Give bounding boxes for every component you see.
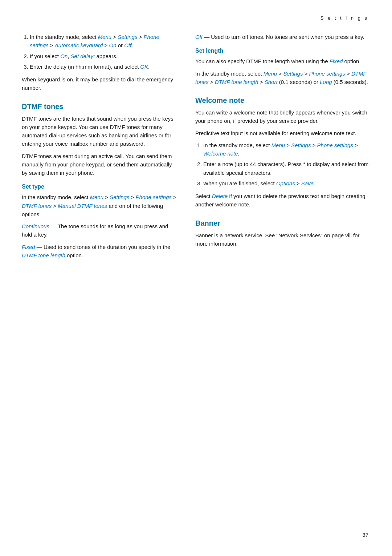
auto-keyguard-link: Automatic keyguard [55, 42, 103, 48]
phone-settings-link-3: Phone settings [309, 70, 345, 77]
menu-link-3: Menu [264, 70, 277, 77]
fixed-link-1: Fixed [22, 244, 35, 250]
welcome-note-para2: Predictive text input is not available f… [195, 129, 370, 137]
banner-heading: Banner [195, 219, 370, 227]
welcome-note-item-3: When you are finished, select Options > … [203, 179, 370, 188]
welcome-note-item2-text: Enter a note (up to 44 characters). Pres… [203, 161, 368, 176]
welcome-note-heading: Welcome note [195, 96, 370, 105]
settings-link-1: Settings [118, 34, 137, 40]
keyguard-note: When keyguard is on, it may be possible … [22, 75, 178, 92]
page-container: S e t t i n g s In the standby mode, sel… [0, 0, 392, 556]
right-column: Off — Used to turn off tones. No tones a… [195, 33, 370, 263]
dtmf-tones-link-1: DTMF tones [22, 203, 52, 209]
on-link-2: On [60, 53, 68, 59]
settings-link-4: Settings [291, 142, 311, 148]
intro-item3-text: Enter the delay (in hh:mm format), and s… [30, 64, 150, 70]
menu-link-4: Menu [271, 142, 285, 148]
off-option: Off — Used to turn off tones. No tones a… [195, 33, 370, 41]
long-link: Long [320, 79, 332, 85]
menu-link-1: Menu [98, 34, 112, 40]
intro-item1-text: In the standby mode, select Menu > Setti… [30, 34, 159, 48]
intro-list-item-3: Enter the delay (in hh:mm format), and s… [30, 63, 178, 71]
intro-list-item-2: If you select On, Set delay: appears. [30, 52, 178, 60]
settings-link-2: Settings [110, 194, 129, 200]
set-length-heading: Set length [195, 48, 370, 54]
welcome-note-item1-text: In the standby mode, select Menu > Setti… [203, 142, 358, 157]
menu-link-2: Menu [90, 194, 104, 200]
dtmf-heading: DTMF tones [22, 102, 178, 111]
set-length-instruction: In the standby mode, select Menu > Setti… [195, 69, 370, 86]
settings-link-3: Settings [283, 70, 303, 77]
on-link-1: On [109, 42, 117, 48]
short-link: Short [265, 79, 278, 85]
save-link: Save [301, 180, 314, 186]
welcome-note-item-1: In the standby mode, select Menu > Setti… [203, 141, 370, 158]
welcome-note-list: In the standby mode, select Menu > Setti… [203, 141, 370, 188]
welcome-note-delete: Select Delete if you want to delete the … [195, 192, 370, 209]
settings-label: S e t t i n g s [320, 15, 368, 21]
intro-item2-text: If you select On, Set delay: appears. [30, 53, 118, 59]
banner-para: Banner is a network service. See "Networ… [195, 231, 370, 248]
delete-link: Delete [212, 193, 228, 199]
welcome-note-link: Welcome note [203, 150, 238, 157]
phone-settings-link-2: Phone settings [136, 194, 172, 200]
off-link-2: Off [195, 34, 203, 40]
continuous-link: Continuous [22, 223, 49, 229]
dtmf-para2: DTMF tones are sent during an active cal… [22, 152, 178, 177]
manual-dtmf-link: Manual DTMF tones [58, 203, 107, 209]
set-delay-link: Set delay: [71, 53, 95, 59]
off-link-1: Off [124, 42, 131, 48]
dtmf-tone-length-link-2: DTMF tone length [215, 79, 258, 85]
set-type-intro: In the standby mode, select Menu > Setti… [22, 193, 178, 218]
fixed-link-2: Fixed [330, 58, 343, 64]
intro-list-item-1: In the standby mode, select Menu > Setti… [30, 33, 178, 50]
set-length-para: You can also specify DTMF tone length wh… [195, 57, 370, 65]
welcome-note-item-2: Enter a note (up to 44 characters). Pres… [203, 160, 370, 177]
page-number: 37 [362, 532, 368, 538]
left-column: In the standby mode, select Menu > Setti… [22, 33, 178, 263]
fixed-option: Fixed — Used to send tones of the durati… [22, 243, 178, 260]
dtmf-para1: DTMF tones are the tones that sound when… [22, 114, 178, 148]
phone-settings-link-4: Phone settings [317, 142, 353, 148]
ok-link: OK [140, 64, 148, 70]
dtmf-tone-length-link-1: DTMF tone length [22, 252, 65, 258]
options-link: Options [276, 180, 295, 186]
welcome-note-para1: You can write a welcome note that briefl… [195, 108, 370, 125]
intro-list: In the standby mode, select Menu > Setti… [30, 33, 178, 71]
two-column-layout: In the standby mode, select Menu > Setti… [22, 33, 370, 263]
continuous-option: Continuous — The tone sounds for as long… [22, 222, 178, 239]
welcome-note-item3-text: When you are finished, select Options > … [203, 180, 315, 186]
set-type-heading: Set type [22, 184, 178, 190]
